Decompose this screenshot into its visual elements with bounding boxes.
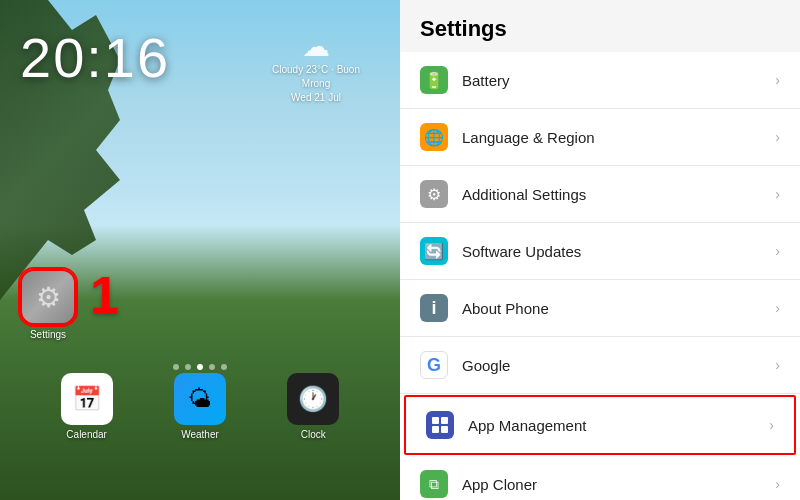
language-chevron: › xyxy=(775,129,780,145)
dot-1 xyxy=(173,364,179,370)
svg-rect-0 xyxy=(432,417,439,424)
cloud-icon: ☁ xyxy=(272,30,360,63)
svg-rect-2 xyxy=(432,426,439,433)
software-label: Software Updates xyxy=(462,243,775,260)
app-management-chevron: › xyxy=(769,417,774,433)
dot-3 xyxy=(197,364,203,370)
weather-line3: Wed 21 Jul xyxy=(291,92,341,103)
battery-chevron: › xyxy=(775,72,780,88)
language-label: Language & Region xyxy=(462,129,775,146)
battery-icon: 🔋 xyxy=(420,66,448,94)
app-management-label: App Management xyxy=(468,417,769,434)
svg-rect-3 xyxy=(441,426,448,433)
software-chevron: › xyxy=(775,243,780,259)
google-icon: G xyxy=(420,351,448,379)
dot-4 xyxy=(209,364,215,370)
svg-rect-1 xyxy=(441,417,448,424)
settings-item-app-cloner[interactable]: ⧉ App Cloner › xyxy=(400,456,800,500)
settings-item-about[interactable]: i About Phone › xyxy=(400,280,800,337)
settings-item-software[interactable]: 🔄 Software Updates › xyxy=(400,223,800,280)
weather-line1: Cloudy 23°C · Buon xyxy=(272,64,360,75)
phone-screen: 20:16 ☁ Cloudy 23°C · Buon Mrong Wed 21 … xyxy=(0,0,400,500)
language-icon: 🌐 xyxy=(420,123,448,151)
dot-2 xyxy=(185,364,191,370)
settings-title: Settings xyxy=(420,16,780,42)
weather-app[interactable]: 🌤 Weather xyxy=(174,373,226,440)
settings-header: Settings xyxy=(400,0,800,52)
calendar-icon: 📅 xyxy=(61,373,113,425)
settings-app-label: Settings xyxy=(30,329,66,340)
weather-icon: 🌤 xyxy=(174,373,226,425)
calendar-label: Calendar xyxy=(66,429,107,440)
settings-app-icon[interactable]: ⚙ xyxy=(20,269,76,325)
dot-5 xyxy=(221,364,227,370)
step-1-label: 1 xyxy=(90,265,119,325)
settings-item-google[interactable]: G Google › xyxy=(400,337,800,394)
app-cloner-label: App Cloner xyxy=(462,476,775,493)
page-dots xyxy=(0,364,400,370)
app-cloner-chevron: › xyxy=(775,476,780,492)
about-chevron: › xyxy=(775,300,780,316)
bottom-app-icons: 📅 Calendar 🌤 Weather 🕐 Clock xyxy=(0,373,400,440)
settings-item-language[interactable]: 🌐 Language & Region › xyxy=(400,109,800,166)
weather-text: Cloudy 23°C · Buon Mrong Wed 21 Jul xyxy=(272,63,360,105)
clock-icon: 🕐 xyxy=(287,373,339,425)
calendar-app[interactable]: 📅 Calendar xyxy=(61,373,113,440)
settings-item-app-management[interactable]: App Management › 2 xyxy=(404,395,796,455)
settings-item-battery[interactable]: 🔋 Battery › xyxy=(400,52,800,109)
additional-icon: ⚙ xyxy=(420,180,448,208)
app-cloner-icon: ⧉ xyxy=(420,470,448,498)
battery-label: Battery xyxy=(462,72,775,89)
weather-label: Weather xyxy=(181,429,219,440)
settings-app-wrapper[interactable]: ⚙ Settings xyxy=(20,269,76,340)
additional-chevron: › xyxy=(775,186,780,202)
clock-label: Clock xyxy=(301,429,326,440)
weather-widget: ☁ Cloudy 23°C · Buon Mrong Wed 21 Jul xyxy=(272,30,360,105)
google-chevron: › xyxy=(775,357,780,373)
time-display: 20:16 xyxy=(20,25,170,90)
clock-app[interactable]: 🕐 Clock xyxy=(287,373,339,440)
google-label: Google xyxy=(462,357,775,374)
software-icon: 🔄 xyxy=(420,237,448,265)
about-label: About Phone xyxy=(462,300,775,317)
app-management-icon xyxy=(426,411,454,439)
weather-line2: Mrong xyxy=(302,78,330,89)
settings-panel: Settings 🔋 Battery › 🌐 Language & Region… xyxy=(400,0,800,500)
settings-list: 🔋 Battery › 🌐 Language & Region › ⚙ Addi… xyxy=(400,52,800,500)
additional-label: Additional Settings xyxy=(462,186,775,203)
settings-item-additional[interactable]: ⚙ Additional Settings › xyxy=(400,166,800,223)
about-icon: i xyxy=(420,294,448,322)
